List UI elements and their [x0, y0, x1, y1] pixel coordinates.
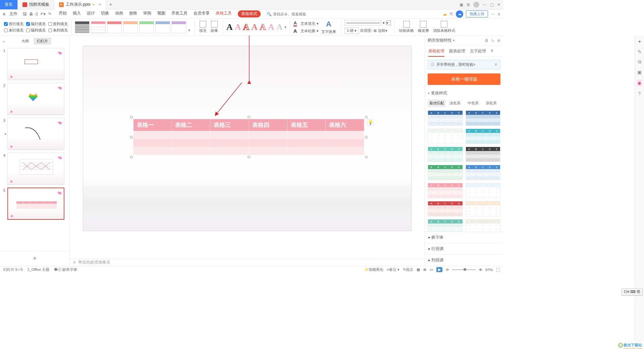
- layout-icon[interactable]: ▣: [460, 2, 463, 7]
- style-grid-item[interactable]: ABCDE———————————————: [466, 201, 501, 216]
- border-button[interactable]: 边框▾: [378, 28, 387, 33]
- style-grid-item[interactable]: ABCDE———————————————: [428, 183, 463, 198]
- view-play-icon[interactable]: ▶: [436, 267, 442, 272]
- zoom-slider[interactable]: [452, 269, 476, 270]
- preview-icon[interactable]: ⎙: [36, 12, 38, 16]
- style-thumb-blue[interactable]: [155, 21, 170, 33]
- apps-icon[interactable]: ⊞: [467, 2, 470, 7]
- rtab-view[interactable]: 视图: [157, 10, 165, 17]
- maximize-icon[interactable]: ▢: [490, 2, 494, 7]
- rp-close-icon[interactable]: ✕: [497, 38, 500, 43]
- style-grid-item[interactable]: ABCDE———————————————: [466, 110, 501, 126]
- style-grid-item[interactable]: ABCDE———————————————: [428, 129, 463, 144]
- status-theme[interactable]: 1_Office 主题: [27, 267, 49, 272]
- handle-br[interactable]: [365, 156, 368, 158]
- handle-bl[interactable]: [130, 156, 133, 158]
- tab-home[interactable]: 首页: [0, 0, 18, 9]
- style-grid-item[interactable]: ABCDE———————————————: [466, 165, 501, 180]
- view-normal-icon[interactable]: ▦: [417, 267, 420, 272]
- handle-tm[interactable]: [248, 116, 250, 118]
- collapse-ribbon-icon[interactable]: ∧: [497, 12, 500, 16]
- line-style-picker[interactable]: ▾ ▾: [344, 20, 391, 26]
- style-thumb-green[interactable]: [139, 21, 154, 33]
- outline-tab[interactable]: 大纲: [18, 38, 32, 45]
- status-missing-font[interactable]: �ⓘ 缺失字体: [54, 267, 77, 272]
- stab-light[interactable]: 浅色系: [446, 99, 464, 107]
- fit-screen-icon[interactable]: ⛶: [496, 268, 500, 272]
- accordion-col[interactable]: ▸ 列强调: [425, 254, 503, 266]
- fill-button[interactable]: 填充: [198, 21, 208, 33]
- cloud-status-icon[interactable]: ☁: [443, 12, 447, 16]
- border-target-icon[interactable]: ⊞: [374, 29, 377, 33]
- style-grid-item[interactable]: ABCDE———————————————: [466, 147, 501, 162]
- rtab-insert[interactable]: 插入: [73, 10, 81, 17]
- accordion-row[interactable]: ▸ 行强调: [425, 243, 503, 254]
- auto-layout-button[interactable]: 表格一键排版: [428, 73, 500, 85]
- style-grid-item[interactable]: ABCDE———————————————: [428, 147, 463, 162]
- style-thumb-red[interactable]: [107, 21, 122, 33]
- handle-tl[interactable]: [130, 116, 133, 118]
- rtab-slideshow[interactable]: 放映: [129, 10, 137, 17]
- gallery-more-icon[interactable]: ▾: [187, 27, 191, 33]
- zoom-out-icon[interactable]: ⊖: [446, 267, 449, 272]
- thumb-3[interactable]: [7, 118, 64, 150]
- change-style-header[interactable]: ▸更改样式: [425, 88, 503, 98]
- promo-close-icon[interactable]: ✕: [494, 62, 497, 67]
- thumbnails[interactable]: 1 2 3 4 5: [0, 47, 69, 251]
- smart-tip-icon[interactable]: 💡: [367, 119, 374, 126]
- text-style-7[interactable]: A: [276, 22, 283, 32]
- redo-icon[interactable]: ↷: [48, 12, 51, 16]
- minimize-icon[interactable]: —: [483, 2, 487, 7]
- status-beautify[interactable]: ✨智能美化: [364, 267, 383, 272]
- undo-icon[interactable]: ↶▾: [40, 12, 46, 16]
- text-style-more-icon[interactable]: ▾: [284, 25, 286, 30]
- add-tab-button[interactable]: +: [106, 2, 115, 8]
- tab-template[interactable]: 找稻壳模板: [18, 0, 54, 9]
- line-weight-picker[interactable]: 1 磅 ▾: [344, 28, 359, 34]
- avatar-icon[interactable]: [473, 2, 479, 8]
- rtab-table-style[interactable]: 表格样式: [238, 10, 261, 17]
- eraser-button[interactable]: 橡皮擦: [417, 21, 430, 33]
- search-input[interactable]: [273, 12, 317, 16]
- close-window-icon[interactable]: ✕: [497, 2, 500, 7]
- promo-banner[interactable]: ⓘ 开学季特惠，限时抢购> ✕: [428, 60, 500, 69]
- rp-pin-icon[interactable]: ⤡: [491, 38, 494, 43]
- handle-mr[interactable]: [365, 136, 368, 139]
- chk-alt-col[interactable]: 隔列填充: [26, 28, 46, 33]
- rtab-animation[interactable]: 动画: [115, 10, 123, 17]
- style-grid-item[interactable]: ABCDE———————————————: [466, 129, 501, 144]
- chk-first-col[interactable]: 首列填充: [48, 21, 68, 27]
- status-review[interactable]: ✎批注: [403, 267, 413, 272]
- style-thumb-purple[interactable]: [171, 21, 186, 33]
- slide-canvas[interactable]: 表格一 表格二 表格三 表格四 表格五 表格六: [83, 46, 412, 231]
- rtab-design[interactable]: 设计: [87, 10, 95, 17]
- rp-settings-icon[interactable]: ⚙: [485, 38, 488, 43]
- thumb-1[interactable]: [7, 48, 64, 80]
- chk-alt-row[interactable]: 隔行填充: [26, 21, 46, 27]
- border-color-icon[interactable]: ▾: [386, 20, 391, 25]
- rp-tab-chart[interactable]: 图表处理: [449, 48, 465, 57]
- zoom-in-icon[interactable]: ⊕: [479, 267, 482, 272]
- close-tab-icon[interactable]: ✕: [98, 3, 101, 6]
- handle-bm[interactable]: [248, 156, 250, 158]
- stab-dark[interactable]: 深色系: [482, 99, 500, 107]
- rp-tab-more-icon[interactable]: ≡: [491, 48, 493, 57]
- text-effect-button[interactable]: A文字效果: [320, 20, 337, 34]
- rtab-transition[interactable]: 切换: [101, 10, 109, 17]
- rtab-devtools[interactable]: 开发工具: [171, 10, 187, 17]
- text-fill-button[interactable]: A 文本填充 ▾: [293, 20, 318, 27]
- style-grid-item[interactable]: ABCDE———————————————: [428, 165, 463, 180]
- clear-style-button[interactable]: 清除表格样式: [432, 21, 457, 33]
- text-style-4[interactable]: A: [251, 22, 258, 32]
- slides-tab[interactable]: 幻灯片: [34, 38, 51, 45]
- text-style-2[interactable]: A: [235, 22, 241, 32]
- stab-best[interactable]: 最佳匹配: [428, 99, 446, 107]
- rtab-review[interactable]: 审阅: [143, 10, 151, 17]
- search-box[interactable]: 🔍: [267, 12, 317, 16]
- hamburger-icon[interactable]: ≡: [3, 11, 5, 17]
- view-reading-icon[interactable]: ▭: [430, 267, 433, 272]
- style-thumb-dark[interactable]: [75, 21, 90, 33]
- handle-tr[interactable]: [365, 116, 368, 118]
- stab-mid[interactable]: 中色系: [464, 99, 482, 107]
- status-notes[interactable]: ≡备注 ▾: [387, 267, 399, 272]
